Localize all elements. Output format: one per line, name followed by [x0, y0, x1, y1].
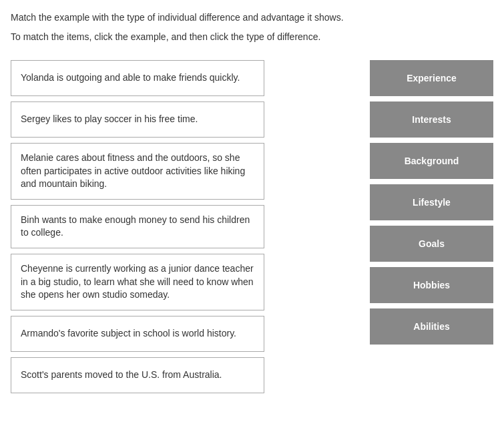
example-card-6[interactable]: Armando's favorite subject in school is …: [11, 316, 264, 352]
example-card-5[interactable]: Cheyenne is currently working as a junio…: [11, 254, 264, 310]
example-card-1[interactable]: Yolanda is outgoing and able to make fri…: [11, 60, 264, 96]
instructions: Match the example with the type of indiv…: [11, 11, 493, 44]
category-btn-abilities[interactable]: Abilities: [370, 308, 493, 345]
example-card-4[interactable]: Binh wants to make enough money to send …: [11, 205, 264, 248]
category-btn-lifestyle[interactable]: Lifestyle: [370, 184, 493, 220]
instruction-line1: Match the example with the type of indiv…: [11, 11, 493, 25]
example-card-2[interactable]: Sergey likes to play soccer in his free …: [11, 101, 264, 138]
example-card-7[interactable]: Scott's parents moved to the U.S. from A…: [11, 357, 264, 393]
category-btn-interests[interactable]: Interests: [370, 101, 493, 138]
category-btn-background[interactable]: Background: [370, 143, 493, 179]
example-card-3[interactable]: Melanie cares about fitness and the outd…: [11, 143, 264, 200]
instruction-line2: To match the items, click the example, a…: [11, 30, 493, 44]
category-btn-experience[interactable]: Experience: [370, 60, 493, 96]
category-btn-hobbies[interactable]: Hobbies: [370, 267, 493, 303]
matching-area: Yolanda is outgoing and able to make fri…: [11, 60, 493, 393]
categories-column: ExperienceInterestsBackgroundLifestyleGo…: [370, 60, 493, 393]
category-btn-goals[interactable]: Goals: [370, 226, 493, 262]
examples-column: Yolanda is outgoing and able to make fri…: [11, 60, 264, 393]
